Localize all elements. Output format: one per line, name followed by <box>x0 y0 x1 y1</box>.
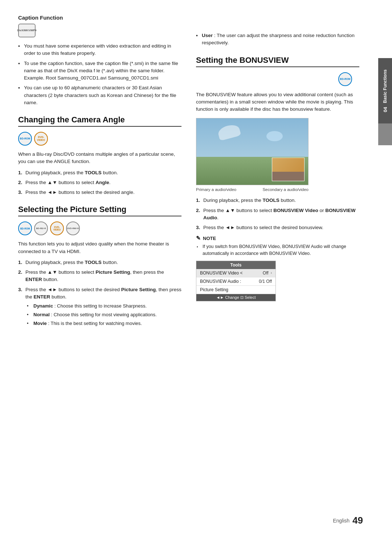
bonusview-badge-row: BD-ROM <box>196 72 352 86</box>
secondary-caption: Secondary a audio/video <box>262 187 309 192</box>
tools-row-bonusview-audio: BONUSVIEW Audio : 0/1 Off <box>196 277 275 286</box>
note-label: NOTE <box>203 236 216 241</box>
tools-label-picture: Picture Setting <box>200 287 228 292</box>
bonusview-inset <box>272 158 305 181</box>
user-bullet: User : The user can adjust the sharpness… <box>196 32 359 47</box>
caption-bullet-1: You must have some experience with video… <box>18 42 181 57</box>
picture-setting-section: Selecting the Picture Setting BD-ROM BD-… <box>18 205 181 327</box>
tools-value-audio: 0/1 Off <box>259 279 272 284</box>
picture-badge-row: BD-ROM BD-RE/-R DVD-VIDEO DVD-RW/-R <box>18 221 181 235</box>
page-content: Caption Function DivX/MKV/MP4 You must h… <box>0 0 377 345</box>
dvd-video-badge-1: DVD-VIDEO <box>34 132 48 146</box>
camera-badge-row: BD-ROM DVD-VIDEO <box>18 132 181 146</box>
tab-accent <box>378 123 392 145</box>
tools-row-bonusview-video: BONUSVIEW Video < Off › <box>196 269 275 277</box>
bd-re-badge: BD-RE/-R <box>34 221 48 235</box>
tools-table: Tools BONUSVIEW Video < Off › BONUSVIEW … <box>196 261 276 301</box>
caption-bullet-list: You must have some experience with video… <box>18 42 181 106</box>
picture-sub-movie: Movie : This is the best setting for wat… <box>27 320 181 327</box>
bonusview-image <box>196 118 309 185</box>
note-icon: ✎ <box>196 235 201 241</box>
user-bullet-item: User : The user can adjust the sharpness… <box>196 32 359 47</box>
chapter-title: Basic Functions <box>383 69 388 103</box>
picture-sub-bullets: Dynamic : Choose this setting to increas… <box>27 303 181 327</box>
primary-caption: Primary a audio/video <box>196 187 236 192</box>
camera-angle-section: Changing the Camera Angle BD-ROM DVD-VID… <box>18 115 181 196</box>
note-list: If you switch from BONUSVIEW Video, BONU… <box>196 243 359 257</box>
picture-step-3: 3. Press the ◄► buttons to select the de… <box>18 286 181 327</box>
dvd-video-badge-2: DVD-VIDEO <box>50 221 64 235</box>
page-number: 49 <box>352 515 363 526</box>
camera-step-3: 3. Press the ◄► buttons to select the de… <box>18 189 181 196</box>
chapter-tab: 04 Basic Functions <box>378 58 392 123</box>
picture-step-2: 2. Press the ▲▼ buttons to select Pictur… <box>18 269 181 284</box>
language-label: English <box>333 518 350 524</box>
caption-badge-row: DivX/MKV/MP4 <box>18 24 181 37</box>
dvd-rw-badge: DVD-RW/-R <box>66 221 80 235</box>
picture-sub-normal: Normal : Choose this setting for most vi… <box>27 312 181 318</box>
tools-value-video: Off › <box>263 270 272 276</box>
bd-rom-badge-bonusview: BD-ROM <box>338 72 352 86</box>
divx-badge: DivX/MKV/MP4 <box>18 24 36 37</box>
bonusview-step-2: 2. Press the ▲▼ buttons to select BONUSV… <box>196 207 359 222</box>
camera-angle-steps: 1. During playback, press the TOOLS butt… <box>18 169 181 196</box>
note-item-1: If you switch from BONUSVIEW Video, BONU… <box>196 243 359 257</box>
note-section: ✎ NOTE If you switch from BONUSVIEW Vide… <box>196 235 359 257</box>
tools-row-picture: Picture Setting <box>196 286 275 294</box>
picture-setting-title: Selecting the Picture Setting <box>18 205 181 216</box>
picture-sub-dynamic: Dynamic : Choose this setting to increas… <box>27 303 181 310</box>
camera-angle-intro: When a Blu-ray Disc/DVD contains multipl… <box>18 151 181 166</box>
bonusview-section: Setting the BONUSVIEW BD-ROM The BONUSVI… <box>196 56 359 301</box>
chapter-number: 04 <box>383 107 388 112</box>
tools-footer: ◄► Change ⊡ Select <box>196 294 275 301</box>
tools-header: Tools <box>196 261 275 269</box>
camera-angle-title: Changing the Camera Angle <box>18 115 181 127</box>
bonusview-step-3: 3. Press the ◄► buttons to select the de… <box>196 224 359 231</box>
bonusview-steps: 1. During playback, press the TOOLS butt… <box>196 197 359 231</box>
page-footer: English 49 <box>333 515 363 526</box>
caption-function-section: Caption Function DivX/MKV/MP4 You must h… <box>18 15 181 106</box>
bonusview-intro: The BONUSVIEW feature allows you to view… <box>196 91 359 113</box>
picture-setting-steps: 1. During playback, press the TOOLS butt… <box>18 259 181 327</box>
picture-step-1: 1. During playback, press the TOOLS butt… <box>18 259 181 266</box>
tools-label-video: BONUSVIEW Video < <box>200 270 243 276</box>
bonusview-title: Setting the BONUSVIEW <box>196 56 359 67</box>
caption-bullet-3: You can use up to 60 alphanumeric charac… <box>18 84 181 106</box>
caption-bullet-2: To use the caption function, save the ca… <box>18 60 181 82</box>
tools-label-audio: BONUSVIEW Audio : <box>200 279 241 284</box>
note-header: ✎ NOTE <box>196 235 359 241</box>
left-column: Caption Function DivX/MKV/MP4 You must h… <box>18 15 181 331</box>
camera-step-2: 2. Press the ▲▼ buttons to select Angle. <box>18 179 181 186</box>
caption-function-title: Caption Function <box>18 15 181 21</box>
right-column: User : The user can adjust the sharpness… <box>196 15 359 331</box>
bonusview-step-1: 1. During playback, press the TOOLS butt… <box>196 197 359 204</box>
picture-setting-intro: This function lets you to adjust video q… <box>18 240 181 255</box>
bd-rom-badge-1: BD-ROM <box>18 132 32 146</box>
bonusview-captions: Primary a audio/video Secondary a audio/… <box>196 187 309 192</box>
bd-rom-badge-2: BD-ROM <box>18 221 32 235</box>
camera-step-1: 1. During playback, press the TOOLS butt… <box>18 169 181 176</box>
